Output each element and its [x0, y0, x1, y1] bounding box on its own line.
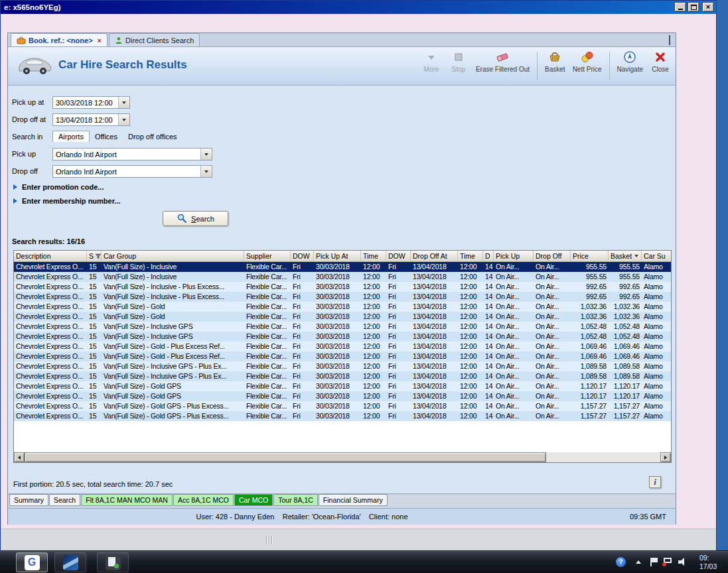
window-minimize-button[interactable] — [674, 2, 686, 12]
scroll-left-button[interactable] — [14, 452, 25, 462]
drop-off-at-combo[interactable]: 13/04/2018 12:00 — [52, 113, 130, 126]
toolbar-basket-button[interactable]: Basket — [545, 50, 565, 73]
help-icon[interactable]: ? — [616, 557, 626, 567]
search-in-tab-offices[interactable]: Offices — [90, 131, 123, 142]
drop-off-combo[interactable]: Orlando Intl Airport — [52, 165, 212, 178]
scroll-right-button[interactable] — [660, 452, 671, 462]
magnifier-icon — [177, 213, 187, 225]
toolbar-nett-price-button[interactable]: Nett Price — [573, 50, 602, 73]
navigate-icon — [622, 50, 637, 64]
cell-car-su: Alamo — [642, 282, 672, 292]
table-row[interactable]: Chevrolet Express O...15Van(Full Size) -… — [14, 381, 672, 391]
window-maximize-button[interactable] — [688, 2, 699, 12]
cell-drop-off: On Air... — [534, 292, 571, 302]
table-row[interactable]: Chevrolet Express O...15Van(Full Size) -… — [14, 322, 672, 332]
cell-s: 15 — [87, 322, 102, 332]
promotion-code-expander[interactable]: Enter promotion code... — [13, 183, 104, 191]
network-icon[interactable] — [664, 558, 672, 566]
scrollbar-thumb[interactable] — [25, 452, 546, 462]
bottom-tab-search[interactable]: Search — [49, 494, 80, 506]
drop-off-at-dropdown-icon[interactable] — [118, 114, 129, 125]
toolbar-close-button[interactable]: Close — [650, 50, 670, 73]
table-row[interactable]: Chevrolet Express O...15Van(Full Size) -… — [14, 262, 672, 272]
results-table-body: Chevrolet Express O...15Van(Full Size) -… — [14, 262, 672, 421]
column-header-drop-off[interactable]: Drop Off — [534, 251, 571, 261]
tab-direct-clients-search[interactable]: Direct Clients Search — [109, 33, 200, 46]
pick-up-combo[interactable]: Orlando Intl Airport — [52, 148, 212, 160]
taskbar-clock[interactable]: 09: 17/03 — [699, 554, 717, 571]
resize-grip[interactable] — [266, 536, 273, 544]
window-close-button[interactable]: × — [702, 2, 714, 12]
table-row[interactable]: Chevrolet Express O...15Van(Full Size) -… — [14, 401, 672, 411]
table-row[interactable]: Chevrolet Express O...15Van(Full Size) -… — [14, 332, 672, 342]
info-button[interactable]: i — [649, 476, 661, 488]
cell-drop-off: On Air... — [534, 351, 571, 361]
bottom-tab-acc-8a-1c-mco[interactable]: Acc 8A,1C MCO — [173, 494, 234, 506]
cell-car-su: Alamo — [642, 381, 672, 391]
table-row[interactable]: Chevrolet Express O...15Van(Full Size) -… — [14, 361, 672, 371]
results-table: DescriptionSCar GroupSupplierDOWPick Up … — [13, 250, 672, 463]
taskbar-app-button-2[interactable] — [54, 552, 86, 572]
toolbar-erase-filtered-out-button[interactable]: Erase Filtered Out — [476, 50, 530, 73]
action-center-flag-icon[interactable] — [650, 558, 658, 566]
cell-supplier: Flexible Car... — [244, 292, 291, 302]
column-header-dow[interactable]: DOW — [386, 251, 411, 261]
panel-restore-icon[interactable] — [669, 36, 670, 44]
show-hidden-icons-icon[interactable] — [636, 560, 641, 564]
taskbar: G ? 09: 17/03 — [0, 550, 728, 573]
column-header-time[interactable]: Time — [361, 251, 386, 261]
column-header-car-su[interactable]: Car Su — [642, 251, 672, 261]
window-titlebar[interactable]: e: x565no6YEg) × — [1, 1, 716, 14]
table-row[interactable]: Chevrolet Express O...15Van(Full Size) -… — [14, 351, 672, 361]
table-row[interactable]: Chevrolet Express O...15Van(Full Size) -… — [14, 342, 672, 351]
membership-number-expander[interactable]: Enter membership number... — [13, 197, 121, 205]
column-header-time[interactable]: Time — [458, 251, 483, 261]
column-header-description[interactable]: Description — [14, 251, 87, 261]
bottom-tab-summary[interactable]: Summary — [9, 494, 48, 506]
table-row[interactable]: Chevrolet Express O...15Van(Full Size) -… — [14, 391, 672, 401]
tab-close-icon[interactable]: × — [98, 36, 102, 44]
cell-time: 12:00 — [361, 272, 386, 282]
scrollbar-track[interactable] — [25, 452, 660, 462]
drop-off-dropdown-icon[interactable] — [200, 166, 212, 177]
speaker-icon[interactable] — [678, 558, 687, 566]
pick-up-dropdown-icon[interactable] — [200, 149, 212, 160]
column-header-car-group[interactable]: Car Group — [102, 251, 244, 261]
table-row[interactable]: Chevrolet Express O...15Van(Full Size) -… — [14, 302, 672, 312]
column-header-pick-up-at[interactable]: Pick Up At — [314, 251, 361, 261]
column-header-price[interactable]: Price — [571, 251, 609, 261]
table-row[interactable]: Chevrolet Express O...15Van(Full Size) -… — [14, 312, 672, 322]
bottom-tab-tour-8a-1c[interactable]: Tour 8A,1C — [273, 494, 318, 506]
bottom-tab-flt-8a-1c-man-mco-man[interactable]: Flt 8A,1C MAN MCO MAN — [81, 494, 173, 506]
cell-d: 14 — [483, 371, 494, 381]
bottom-tab-car-mco[interactable]: Car MCO — [234, 494, 273, 506]
column-header-pick-up[interactable]: Pick Up — [494, 251, 534, 261]
search-in-tab-airports[interactable]: Airports — [52, 131, 90, 142]
cell-pick-up-at: 30/03/2018 — [314, 351, 361, 361]
column-header-drop-off-at[interactable]: Drop Off At — [411, 251, 458, 261]
taskbar-app-button-1[interactable]: G — [16, 552, 48, 572]
pick-up-at-combo[interactable]: 30/03/2018 12:00 — [52, 96, 130, 109]
table-row[interactable]: Chevrolet Express O...15Van(Full Size) -… — [14, 371, 672, 381]
pick-up-at-dropdown-icon[interactable] — [118, 97, 129, 108]
scroll-left-icon — [18, 456, 21, 460]
toolbar-button-label: Basket — [545, 66, 565, 73]
cell-car-su: Alamo — [642, 401, 672, 411]
table-row[interactable]: Chevrolet Express O...15Van(Full Size) -… — [14, 292, 672, 302]
column-header-basket[interactable]: Basket — [609, 251, 642, 261]
column-header-dow[interactable]: DOW — [291, 251, 314, 261]
cell-car-su: Alamo — [642, 371, 672, 381]
tab-book-ref-none[interactable]: Book. ref.: <none>× — [11, 33, 108, 46]
column-header-supplier[interactable]: Supplier — [244, 251, 291, 261]
table-row[interactable]: Chevrolet Express O...15Van(Full Size) -… — [14, 282, 672, 292]
search-button[interactable]: Search — [163, 211, 228, 226]
horizontal-scrollbar[interactable] — [14, 452, 671, 462]
column-header-d[interactable]: D — [483, 251, 494, 261]
taskbar-app-button-3[interactable] — [97, 552, 129, 572]
search-in-tab-drop-off-offices[interactable]: Drop off offices — [123, 131, 182, 142]
column-header-s[interactable]: S — [87, 251, 102, 261]
table-row[interactable]: Chevrolet Express O...15Van(Full Size) -… — [14, 272, 672, 282]
table-row[interactable]: Chevrolet Express O...15Van(Full Size) -… — [14, 411, 672, 421]
bottom-tab-financial-summary[interactable]: Financial Summary — [319, 494, 388, 506]
toolbar-navigate-button[interactable]: Navigate — [617, 50, 643, 73]
